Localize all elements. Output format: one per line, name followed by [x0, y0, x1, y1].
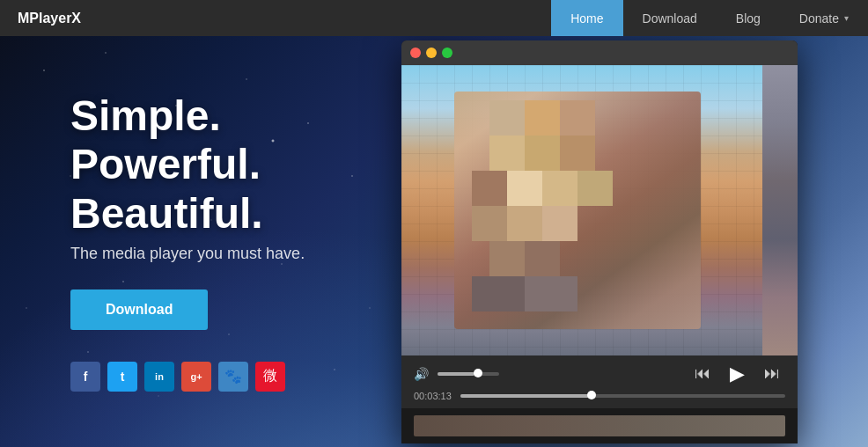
controls-row: 🔊 ⏮ ▶ ⏭	[414, 363, 785, 385]
window-minimize-button[interactable]	[426, 48, 437, 58]
nav-item-donate[interactable]: Donate ▾	[780, 0, 868, 36]
pixel-block	[472, 276, 525, 311]
nav-item-home[interactable]: Home	[551, 0, 622, 36]
download-button[interactable]: Download	[70, 289, 208, 330]
social-icon-twitter[interactable]: t	[107, 362, 137, 392]
player-window: 🔊 ⏮ ▶ ⏭ 00:03:13	[401, 40, 798, 443]
bottom-strip-visual	[414, 415, 785, 436]
skip-forward-button[interactable]: ⏭	[759, 364, 785, 383]
navbar: MPlayerX Home Download Blog Donate ▾	[0, 0, 868, 36]
media-player: 🔊 ⏮ ▶ ⏭ 00:03:13	[401, 40, 798, 443]
pixel-block	[489, 100, 525, 136]
tagline-line1: Simple.	[70, 92, 366, 140]
hero-subtitle: The media player you must have.	[70, 245, 366, 263]
pixel-block	[560, 100, 595, 136]
player-bottom-strip	[401, 408, 798, 443]
social-icon-google[interactable]: g+	[181, 362, 211, 392]
pixel-block	[542, 171, 577, 206]
pixel-block	[577, 171, 613, 206]
main-content: Simple. Powerful. Beautiful. The media p…	[0, 36, 868, 447]
progress-thumb	[587, 391, 596, 399]
tagline: Simple. Powerful. Beautiful.	[70, 92, 366, 238]
window-maximize-button[interactable]	[442, 48, 452, 58]
progress-row: 00:03:13	[414, 391, 785, 401]
pixel-block	[472, 171, 507, 206]
time-current: 00:03:13	[414, 391, 452, 401]
pixel-block	[489, 241, 525, 276]
pixel-block	[489, 136, 525, 171]
player-controls: 🔊 ⏮ ▶ ⏭ 00:03:13	[401, 355, 798, 408]
pixel-block	[472, 206, 507, 241]
progress-fill	[460, 394, 591, 398]
play-button[interactable]: ▶	[725, 363, 750, 385]
player-video[interactable]	[401, 65, 798, 355]
skip-back-button[interactable]: ⏮	[689, 364, 716, 383]
pixel-block	[525, 241, 560, 276]
brand: MPlayerX	[0, 11, 551, 26]
pixel-block	[507, 171, 542, 206]
tagline-line3: Beautiful.	[70, 189, 366, 238]
window-close-button[interactable]	[410, 48, 421, 58]
social-icons-row: f t in g+ 🐾 微	[70, 362, 366, 392]
pixel-block	[525, 276, 577, 311]
social-icon-paw[interactable]: 🐾	[218, 362, 248, 392]
pixel-block	[507, 206, 542, 241]
tagline-line2: Powerful.	[70, 140, 366, 188]
social-icon-linkedin[interactable]: in	[144, 362, 174, 392]
hero-text: Simple. Powerful. Beautiful. The media p…	[70, 92, 401, 392]
volume-fill	[438, 372, 474, 376]
social-icon-facebook[interactable]: f	[70, 362, 100, 392]
chevron-down-icon: ▾	[844, 13, 849, 23]
pixel-block	[525, 100, 560, 136]
pixel-block	[560, 136, 595, 171]
pixel-block	[542, 206, 577, 241]
nav-item-blog[interactable]: Blog	[717, 0, 780, 36]
volume-slider[interactable]	[438, 372, 499, 376]
player-titlebar	[401, 40, 798, 65]
social-icon-weibo[interactable]: 微	[255, 362, 285, 392]
progress-bar[interactable]	[460, 394, 785, 398]
pixel-block	[525, 136, 560, 171]
volume-thumb	[474, 369, 482, 377]
nav-menu: Home Download Blog Donate ▾	[551, 0, 868, 36]
volume-icon: 🔊	[414, 367, 429, 381]
nav-item-download[interactable]: Download	[623, 0, 717, 36]
video-side-strip	[762, 65, 798, 355]
